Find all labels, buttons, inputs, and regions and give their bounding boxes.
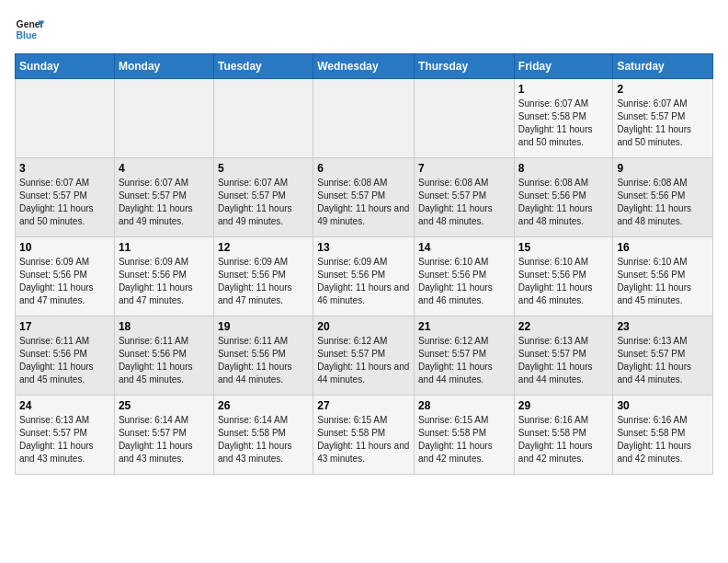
calendar-cell: 28Sunrise: 6:15 AM Sunset: 5:58 PM Dayli…: [415, 396, 515, 475]
day-info: Sunrise: 6:12 AM Sunset: 5:57 PM Dayligh…: [317, 335, 410, 386]
day-info: Sunrise: 6:09 AM Sunset: 5:56 PM Dayligh…: [218, 256, 309, 307]
logo: General Blue: [15, 15, 44, 44]
column-header-tuesday: Tuesday: [213, 54, 313, 79]
calendar-cell: 16Sunrise: 6:10 AM Sunset: 5:56 PM Dayli…: [613, 237, 713, 316]
calendar-cell: 27Sunrise: 6:15 AM Sunset: 5:58 PM Dayli…: [313, 396, 415, 475]
day-number: 22: [518, 320, 609, 333]
calendar-cell: 29Sunrise: 6:16 AM Sunset: 5:58 PM Dayli…: [514, 396, 613, 475]
day-info: Sunrise: 6:10 AM Sunset: 5:56 PM Dayligh…: [617, 256, 709, 307]
day-info: Sunrise: 6:11 AM Sunset: 5:56 PM Dayligh…: [218, 335, 309, 386]
day-number: 9: [617, 162, 709, 175]
day-info: Sunrise: 6:11 AM Sunset: 5:56 PM Dayligh…: [119, 335, 210, 386]
calendar-cell: 9Sunrise: 6:08 AM Sunset: 5:56 PM Daylig…: [613, 158, 713, 237]
day-number: 19: [218, 320, 309, 333]
day-number: 8: [518, 162, 609, 175]
day-info: Sunrise: 6:11 AM Sunset: 5:56 PM Dayligh…: [19, 335, 110, 386]
calendar-cell: 12Sunrise: 6:09 AM Sunset: 5:56 PM Dayli…: [213, 237, 313, 316]
day-number: 24: [19, 399, 110, 412]
calendar-cell: 15Sunrise: 6:10 AM Sunset: 5:56 PM Dayli…: [514, 237, 613, 316]
calendar-cell: 24Sunrise: 6:13 AM Sunset: 5:57 PM Dayli…: [16, 396, 115, 475]
day-number: 4: [119, 162, 210, 175]
day-info: Sunrise: 6:15 AM Sunset: 5:58 PM Dayligh…: [317, 414, 410, 465]
day-info: Sunrise: 6:08 AM Sunset: 5:57 PM Dayligh…: [418, 177, 510, 228]
day-info: Sunrise: 6:09 AM Sunset: 5:56 PM Dayligh…: [19, 256, 110, 307]
day-number: 26: [218, 399, 309, 412]
day-info: Sunrise: 6:07 AM Sunset: 5:57 PM Dayligh…: [218, 177, 309, 228]
day-number: 2: [617, 83, 709, 96]
calendar-cell: 25Sunrise: 6:14 AM Sunset: 5:57 PM Dayli…: [114, 396, 213, 475]
calendar-cell: 14Sunrise: 6:10 AM Sunset: 5:56 PM Dayli…: [415, 237, 515, 316]
calendar-cell: [213, 79, 313, 158]
day-info: Sunrise: 6:10 AM Sunset: 5:56 PM Dayligh…: [418, 256, 510, 307]
calendar-cell: 2Sunrise: 6:07 AM Sunset: 5:57 PM Daylig…: [613, 79, 713, 158]
day-info: Sunrise: 6:13 AM Sunset: 5:57 PM Dayligh…: [617, 335, 709, 386]
calendar-cell: 23Sunrise: 6:13 AM Sunset: 5:57 PM Dayli…: [613, 316, 713, 396]
column-header-sunday: Sunday: [16, 54, 115, 79]
calendar-cell: 20Sunrise: 6:12 AM Sunset: 5:57 PM Dayli…: [313, 316, 415, 396]
day-info: Sunrise: 6:07 AM Sunset: 5:57 PM Dayligh…: [119, 177, 210, 228]
calendar-week-1: 1Sunrise: 6:07 AM Sunset: 5:58 PM Daylig…: [16, 79, 713, 158]
calendar-cell: 18Sunrise: 6:11 AM Sunset: 5:56 PM Dayli…: [114, 316, 213, 396]
day-info: Sunrise: 6:13 AM Sunset: 5:57 PM Dayligh…: [19, 414, 110, 465]
column-header-thursday: Thursday: [415, 54, 515, 79]
calendar-table: SundayMondayTuesdayWednesdayThursdayFrid…: [15, 53, 713, 475]
calendar-cell: [114, 79, 213, 158]
calendar-cell: 22Sunrise: 6:13 AM Sunset: 5:57 PM Dayli…: [514, 316, 613, 396]
day-number: 20: [317, 320, 410, 333]
column-header-saturday: Saturday: [613, 54, 713, 79]
day-info: Sunrise: 6:12 AM Sunset: 5:57 PM Dayligh…: [418, 335, 510, 386]
calendar-cell: 11Sunrise: 6:09 AM Sunset: 5:56 PM Dayli…: [114, 237, 213, 316]
calendar-cell: 17Sunrise: 6:11 AM Sunset: 5:56 PM Dayli…: [16, 316, 115, 396]
day-info: Sunrise: 6:08 AM Sunset: 5:56 PM Dayligh…: [518, 177, 609, 228]
calendar-cell: [415, 79, 515, 158]
day-number: 15: [518, 241, 609, 254]
day-info: Sunrise: 6:09 AM Sunset: 5:56 PM Dayligh…: [317, 256, 410, 307]
day-info: Sunrise: 6:07 AM Sunset: 5:57 PM Dayligh…: [617, 98, 709, 149]
day-number: 18: [119, 320, 210, 333]
day-info: Sunrise: 6:14 AM Sunset: 5:58 PM Dayligh…: [218, 414, 309, 465]
page-header: General Blue: [15, 15, 713, 44]
calendar-cell: 1Sunrise: 6:07 AM Sunset: 5:58 PM Daylig…: [514, 79, 613, 158]
calendar-cell: [313, 79, 415, 158]
calendar-cell: [16, 79, 115, 158]
calendar-cell: 26Sunrise: 6:14 AM Sunset: 5:58 PM Dayli…: [213, 396, 313, 475]
calendar-cell: 21Sunrise: 6:12 AM Sunset: 5:57 PM Dayli…: [415, 316, 515, 396]
calendar-week-4: 17Sunrise: 6:11 AM Sunset: 5:56 PM Dayli…: [16, 316, 713, 396]
day-number: 29: [518, 399, 609, 412]
calendar-cell: 30Sunrise: 6:16 AM Sunset: 5:58 PM Dayli…: [613, 396, 713, 475]
column-header-friday: Friday: [514, 54, 613, 79]
day-info: Sunrise: 6:09 AM Sunset: 5:56 PM Dayligh…: [119, 256, 210, 307]
day-info: Sunrise: 6:16 AM Sunset: 5:58 PM Dayligh…: [617, 414, 709, 465]
day-number: 1: [518, 83, 609, 96]
day-info: Sunrise: 6:13 AM Sunset: 5:57 PM Dayligh…: [518, 335, 609, 386]
calendar-week-5: 24Sunrise: 6:13 AM Sunset: 5:57 PM Dayli…: [16, 396, 713, 475]
day-number: 30: [617, 399, 709, 412]
day-number: 16: [617, 241, 709, 254]
day-info: Sunrise: 6:08 AM Sunset: 5:57 PM Dayligh…: [317, 177, 410, 228]
calendar-cell: 10Sunrise: 6:09 AM Sunset: 5:56 PM Dayli…: [16, 237, 115, 316]
calendar-cell: 19Sunrise: 6:11 AM Sunset: 5:56 PM Dayli…: [213, 316, 313, 396]
day-number: 25: [119, 399, 210, 412]
day-number: 14: [418, 241, 510, 254]
logo-icon: General Blue: [15, 15, 44, 44]
day-number: 5: [218, 162, 309, 175]
day-number: 6: [317, 162, 410, 175]
day-info: Sunrise: 6:08 AM Sunset: 5:56 PM Dayligh…: [617, 177, 709, 228]
day-number: 12: [218, 241, 309, 254]
day-number: 28: [418, 399, 510, 412]
calendar-cell: 5Sunrise: 6:07 AM Sunset: 5:57 PM Daylig…: [213, 158, 313, 237]
day-info: Sunrise: 6:07 AM Sunset: 5:58 PM Dayligh…: [518, 98, 609, 149]
calendar-cell: 4Sunrise: 6:07 AM Sunset: 5:57 PM Daylig…: [114, 158, 213, 237]
calendar-week-3: 10Sunrise: 6:09 AM Sunset: 5:56 PM Dayli…: [16, 237, 713, 316]
column-header-wednesday: Wednesday: [313, 54, 415, 79]
calendar-cell: 8Sunrise: 6:08 AM Sunset: 5:56 PM Daylig…: [514, 158, 613, 237]
calendar-cell: 7Sunrise: 6:08 AM Sunset: 5:57 PM Daylig…: [415, 158, 515, 237]
column-header-monday: Monday: [114, 54, 213, 79]
day-number: 27: [317, 399, 410, 412]
calendar-week-2: 3Sunrise: 6:07 AM Sunset: 5:57 PM Daylig…: [16, 158, 713, 237]
calendar-header-row: SundayMondayTuesdayWednesdayThursdayFrid…: [16, 54, 713, 79]
day-number: 10: [19, 241, 110, 254]
day-info: Sunrise: 6:10 AM Sunset: 5:56 PM Dayligh…: [518, 256, 609, 307]
day-number: 11: [119, 241, 210, 254]
day-number: 3: [19, 162, 110, 175]
